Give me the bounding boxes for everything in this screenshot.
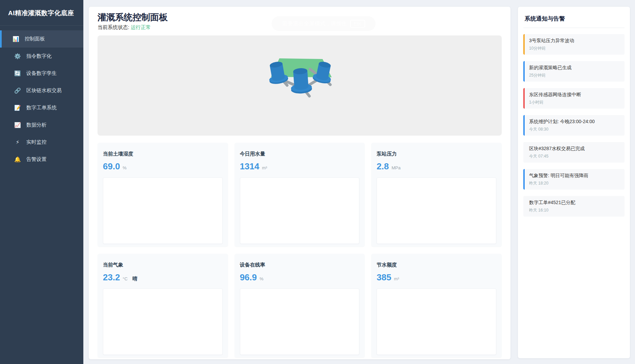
sidebar-item[interactable]: 🔄 设备数字孪生 — [0, 65, 83, 82]
lightning-icon: ⚡ — [14, 139, 21, 145]
stat-chart-placeholder — [240, 288, 360, 355]
notification-time: 昨天 18:20 — [529, 180, 620, 186]
stat-chart-placeholder — [103, 177, 223, 244]
sidebar-item-label: 区块链水权交易 — [26, 87, 62, 94]
stat-extra: 晴 — [132, 276, 137, 282]
notification-item[interactable]: 区块#3287水权交易已完成 今天 07:45 — [523, 142, 625, 163]
notification-time: 1小时前 — [529, 100, 620, 105]
status-label: 当前系统状态: — [98, 24, 129, 30]
stat-chart-placeholder — [377, 288, 496, 355]
notifications-list: 3号泵站压力异常波动 10分钟前 新的灌溉策略已生成 25分钟前 东区传感器网络… — [523, 34, 625, 217]
sidebar-item-label: 设备数字孪生 — [26, 70, 57, 77]
notification-time: 今天 07:45 — [529, 153, 620, 159]
notification-item[interactable]: 气象预警: 明日可能有强降雨 昨天 18:20 — [523, 169, 625, 190]
stat-card: 当前气象 23.2 °C 晴 — [98, 254, 228, 358]
stat-value-row: 23.2 °C 晴 — [103, 272, 223, 283]
status-value: 运行正常 — [131, 24, 151, 30]
stat-value: 1314 — [240, 161, 259, 172]
stat-chart-placeholder — [377, 177, 496, 244]
sidebar-item-label: 数字工单系统 — [26, 105, 57, 111]
stat-value: 2.8 — [377, 161, 389, 172]
sidebar-divider — [0, 25, 83, 26]
notification-time: 今天 08:30 — [529, 127, 620, 132]
stat-card: 泵站压力 2.8 MPa — [371, 143, 502, 247]
notification-text: 东区传感器网络连接中断 — [529, 91, 620, 98]
sidebar-item[interactable]: ⚙️ 指令数字化 — [0, 48, 83, 65]
notification-text: 数字工单#4521已分配 — [529, 199, 620, 206]
notification-time: 25分钟前 — [529, 73, 620, 78]
esc-key-badge: Esc — [350, 20, 365, 28]
stat-unit: % — [123, 165, 127, 170]
stat-label: 节水额度 — [377, 262, 496, 268]
irrigation-3d-scene[interactable] — [98, 35, 502, 136]
sidebar-item-label: 控制面板 — [25, 36, 45, 42]
stat-unit: % — [259, 276, 264, 281]
chart-up-icon: 📈 — [14, 122, 21, 128]
stat-unit: MPa — [391, 165, 401, 170]
app-title: AI精准灌溉数字化底座 — [0, 0, 83, 18]
stat-card: 节水额度 385 m³ — [371, 254, 502, 358]
notification-item[interactable]: 数字工单#4521已分配 昨天 16:10 — [523, 196, 625, 217]
sidebar-item[interactable]: 🔗 区块链水权交易 — [0, 82, 83, 99]
sidebar-item-label: 告警设置 — [26, 156, 47, 163]
stat-value-row: 69.0 % — [103, 161, 223, 172]
bar-chart-icon: 📊 — [12, 36, 19, 42]
stat-value-row: 1314 m³ — [240, 161, 360, 172]
sync-arrows-icon: 🔄 — [14, 70, 21, 77]
sidebar-item[interactable]: 🔔 告警设置 — [0, 151, 83, 168]
notification-item[interactable]: 3号泵站压力异常波动 10分钟前 — [523, 34, 625, 55]
stat-label: 当前土壤湿度 — [103, 151, 223, 157]
sidebar-item-label: 数据分析 — [26, 122, 47, 128]
main-panel: 灌溉系统控制面板 当前系统状态: 运行正常 — [89, 7, 510, 359]
stat-value: 69.0 — [103, 161, 120, 172]
stat-chart-placeholder — [103, 288, 223, 355]
notification-text: 新的灌溉策略已生成 — [529, 64, 620, 71]
sidebar-item[interactable]: 📝 数字工单系统 — [0, 99, 83, 116]
sidebar-menu: 📊 控制面板 ⚙️ 指令数字化 🔄 设备数字孪生 🔗 区块链水权交易 📝 数字工… — [0, 30, 83, 168]
notification-text: 3号泵站压力异常波动 — [529, 37, 620, 44]
stat-value-row: 385 m³ — [377, 272, 496, 283]
notifications-title: 系统通知与告警 — [523, 15, 625, 23]
stat-chart-placeholder — [240, 177, 360, 244]
sidebar-item[interactable]: ⚡ 实时监控 — [0, 134, 83, 151]
stat-card: 当前土壤湿度 69.0 % — [98, 143, 228, 247]
stat-card: 今日用水量 1314 m³ — [234, 143, 365, 247]
irrigation-field-illustration — [98, 35, 502, 136]
notification-time: 10分钟前 — [529, 46, 620, 51]
notifications-divider — [523, 28, 625, 28]
sidebar: AI精准灌溉数字化底座 📊 控制面板 ⚙️ 指令数字化 🔄 设备数字孪生 🔗 区… — [0, 0, 83, 364]
stat-unit: °C — [123, 276, 128, 281]
stat-card: 设备在线率 96.9 % — [234, 254, 365, 358]
notifications-panel: 系统通知与告警 3号泵站压力异常波动 10分钟前 新的灌溉策略已生成 25分钟前… — [518, 7, 630, 358]
gear-icon: ⚙️ — [14, 53, 21, 59]
fullscreen-toast-text: 若要退出全屏模式，请按住 — [282, 20, 347, 27]
notification-text: 气象预警: 明日可能有强降雨 — [529, 172, 620, 179]
sidebar-item[interactable]: 📊 控制面板 — [0, 30, 83, 48]
stat-value: 23.2 — [103, 272, 120, 283]
stat-label: 今日用水量 — [240, 151, 360, 157]
notification-text: 区块#3287水权交易已完成 — [529, 145, 620, 152]
sidebar-item-label: 指令数字化 — [26, 53, 52, 59]
chain-link-icon: 🔗 — [14, 87, 21, 94]
notification-item[interactable]: 新的灌溉策略已生成 25分钟前 — [523, 61, 625, 82]
stat-unit: m³ — [394, 276, 399, 281]
stat-label: 当前气象 — [103, 262, 223, 268]
stat-value: 96.9 — [240, 272, 257, 283]
notification-item[interactable]: 东区传感器网络连接中断 1小时前 — [523, 88, 625, 109]
sidebar-item[interactable]: 📈 数据分析 — [0, 116, 83, 134]
fullscreen-exit-toast: 若要退出全屏模式，请按住 Esc — [272, 16, 376, 31]
stat-value-row: 2.8 MPa — [377, 161, 496, 172]
sidebar-item-label: 实时监控 — [26, 139, 47, 145]
stats-grid: 当前土壤湿度 69.0 % 今日用水量 1314 m³ 泵站压力 2. — [98, 143, 502, 358]
stat-label: 泵站压力 — [377, 151, 496, 157]
notification-item[interactable]: 系统维护计划: 今晚23:00-24:00 今天 08:30 — [523, 115, 625, 136]
stat-value: 385 — [377, 272, 391, 283]
notification-text: 系统维护计划: 今晚23:00-24:00 — [529, 118, 620, 125]
bell-icon: 🔔 — [14, 156, 21, 163]
notification-time: 昨天 16:10 — [529, 207, 620, 213]
stat-value-row: 96.9 % — [240, 272, 360, 283]
stat-unit: m³ — [262, 165, 267, 170]
memo-pencil-icon: 📝 — [14, 105, 21, 111]
stat-label: 设备在线率 — [240, 262, 360, 268]
